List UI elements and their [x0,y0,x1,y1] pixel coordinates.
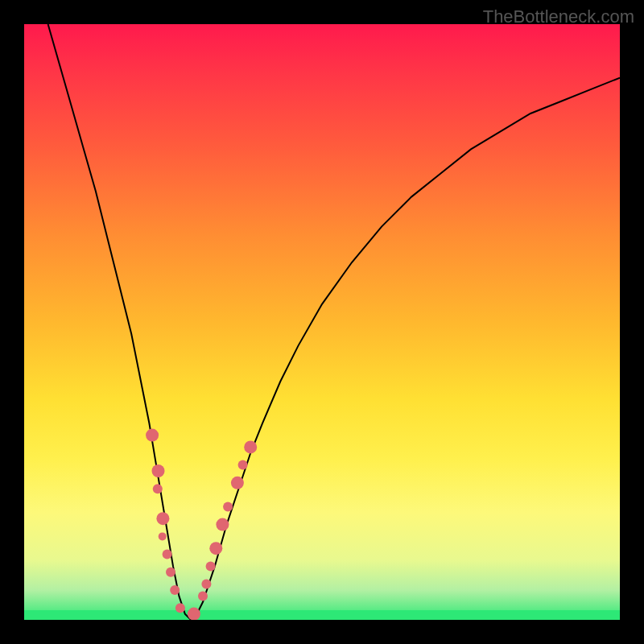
data-marker [244,440,257,453]
data-marker [156,512,169,525]
plot-svg [24,24,620,620]
watermark-text: TheBottleneck.com [483,6,634,27]
data-marker [175,603,185,613]
curve-line [48,24,620,620]
data-marker [152,464,165,477]
data-marker [188,608,200,620]
data-marker [170,585,180,595]
data-marker [166,568,175,577]
data-marker [206,561,216,571]
data-marker [209,542,222,555]
data-marker [153,484,163,493]
data-marker [238,460,248,470]
data-marker [216,518,229,531]
data-marker [231,477,244,489]
markers-group [146,429,257,620]
chart-plot-area [24,24,620,620]
data-marker [159,532,167,540]
data-marker [198,591,208,601]
data-marker [201,580,211,589]
data-marker [146,429,159,442]
data-marker [163,550,172,559]
data-marker [223,502,233,511]
